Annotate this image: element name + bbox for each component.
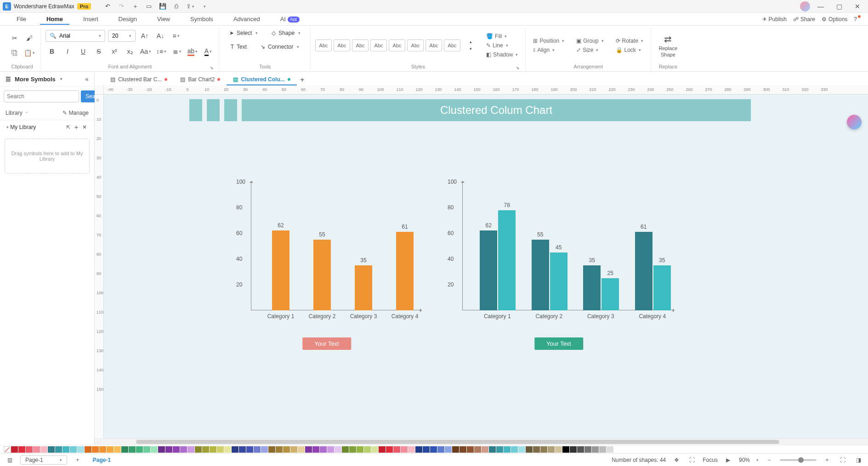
color-swatch[interactable] — [239, 446, 246, 453]
color-swatch[interactable] — [173, 446, 180, 453]
color-swatch[interactable] — [48, 446, 55, 453]
minimize-button[interactable]: — — [813, 0, 828, 12]
connector-tool[interactable]: ↘Connector▾ — [255, 41, 304, 52]
color-swatch[interactable] — [335, 446, 341, 453]
color-swatch[interactable] — [599, 446, 606, 453]
layers-button[interactable]: ❖ — [671, 455, 681, 465]
bar[interactable]: 62 — [272, 230, 289, 310]
add-tab-button[interactable]: + — [297, 74, 308, 85]
color-swatch[interactable] — [312, 446, 319, 453]
color-swatch[interactable] — [305, 446, 312, 453]
zoom-slider[interactable] — [780, 459, 817, 461]
avatar-icon[interactable] — [800, 1, 810, 11]
color-swatch[interactable] — [18, 446, 25, 453]
font-color-button[interactable]: A▾ — [202, 45, 215, 58]
publish-button[interactable]: ✈Publish — [762, 16, 787, 22]
chart-left[interactable]: 2040608010062Category 155Category 235Cat… — [233, 182, 421, 329]
color-swatch[interactable] — [562, 446, 569, 453]
bar[interactable]: 35 — [355, 265, 372, 310]
bar[interactable]: 25 — [601, 278, 619, 310]
color-swatch[interactable] — [11, 446, 18, 453]
menu-symbols[interactable]: Symbols — [180, 14, 223, 24]
color-swatch[interactable] — [540, 446, 547, 453]
save-button[interactable]: 💾 — [157, 1, 168, 12]
rotate-dropdown[interactable]: ⟳Rotate▾ — [613, 37, 646, 45]
close-lib-button[interactable]: ✕ — [80, 123, 89, 131]
active-page-tab[interactable]: Page-1 — [88, 456, 115, 464]
focus-label[interactable]: Focus — [703, 457, 718, 463]
case-button[interactable]: Aa▾ — [139, 45, 152, 58]
style-thumb[interactable]: Abc — [425, 39, 442, 51]
color-swatch[interactable] — [85, 446, 91, 453]
page-select[interactable]: Page-1▾ — [20, 455, 67, 465]
fit-button[interactable]: ⛶ — [838, 455, 848, 465]
mylibrary-section[interactable]: My Library — [10, 124, 36, 130]
color-swatch[interactable] — [195, 446, 202, 453]
bar[interactable]: 55 — [532, 240, 549, 310]
print-button[interactable]: ⎙ — [171, 1, 182, 12]
doc-tab[interactable]: ▤Clustered Colu... — [227, 74, 296, 85]
share-button[interactable]: ☍Share — [793, 16, 815, 22]
zoom-level[interactable]: 90% — [739, 457, 750, 463]
color-swatch[interactable] — [584, 446, 591, 453]
color-swatch[interactable] — [180, 446, 187, 453]
menu-ai[interactable]: AIhot — [270, 14, 310, 24]
fill-dropdown[interactable]: 🪣Fill▾ — [483, 32, 521, 40]
vertical-ruler[interactable]: 0102030405060708090100110120130140150 — [95, 95, 104, 438]
collapse-sidebar-button[interactable]: « — [85, 75, 89, 83]
bar[interactable]: 35 — [653, 265, 671, 310]
strike-button[interactable]: S — [92, 45, 105, 58]
color-swatch[interactable] — [232, 446, 238, 453]
color-swatch[interactable] — [210, 446, 216, 453]
color-swatch[interactable] — [107, 446, 113, 453]
color-swatch[interactable] — [401, 446, 408, 453]
ai-floating-button[interactable] — [847, 115, 862, 129]
font-size-select[interactable]: 20▾ — [108, 30, 136, 42]
color-swatch[interactable] — [33, 446, 40, 453]
position-dropdown[interactable]: ⊞Position▾ — [530, 37, 567, 45]
color-swatch[interactable] — [320, 446, 327, 453]
color-swatch[interactable] — [386, 446, 393, 453]
panel-toggle-button[interactable]: ◨ — [853, 455, 863, 465]
color-swatch[interactable] — [511, 446, 518, 453]
color-swatch[interactable] — [489, 446, 496, 453]
page-layout-button[interactable]: ▥ — [5, 455, 15, 465]
copy-button[interactable]: ⿻ — [8, 46, 21, 59]
color-swatch[interactable] — [570, 446, 577, 453]
color-swatch[interactable] — [70, 446, 77, 453]
shape-tool[interactable]: ◇Shape▾ — [267, 28, 306, 39]
color-swatch[interactable] — [474, 446, 481, 453]
select-tool[interactable]: ➤Select▾ — [224, 28, 263, 39]
color-swatch[interactable] — [136, 446, 143, 453]
redo-button[interactable]: ↷ — [116, 1, 127, 12]
color-swatch[interactable] — [496, 446, 503, 453]
line-dropdown[interactable]: ✎Line▾ — [483, 41, 521, 50]
underline-button[interactable]: U — [77, 45, 90, 58]
style-thumb[interactable]: Abc — [352, 39, 369, 51]
launcher-icon[interactable]: ⬊ — [516, 66, 520, 70]
sidebar-title[interactable]: More Symbols — [15, 76, 56, 83]
focus-mode-button[interactable]: ⛶ — [687, 455, 697, 465]
decrease-font-button[interactable]: A↓ — [154, 29, 167, 42]
bar[interactable]: 61 — [635, 232, 652, 310]
color-swatch[interactable] — [143, 446, 150, 453]
color-swatch[interactable] — [607, 446, 613, 453]
color-swatch[interactable] — [92, 446, 99, 453]
color-swatch[interactable] — [592, 446, 599, 453]
bar[interactable]: 55 — [313, 240, 331, 310]
color-swatch[interactable] — [408, 446, 415, 453]
color-swatch[interactable] — [268, 446, 275, 453]
manage-link[interactable]: ✎ Manage — [62, 110, 89, 116]
format-painter-button[interactable]: 🖌 — [23, 32, 36, 45]
color-swatch[interactable] — [26, 446, 33, 453]
bold-button[interactable]: B — [45, 45, 58, 58]
color-swatch[interactable] — [577, 446, 584, 453]
color-swatch[interactable] — [327, 446, 334, 453]
align-button[interactable]: ≡▾ — [170, 29, 182, 42]
menu-insert[interactable]: Insert — [73, 14, 108, 24]
menu-advanced[interactable]: Advanced — [223, 14, 270, 24]
shadow-dropdown[interactable]: ◧Shadow▾ — [483, 51, 521, 59]
style-thumb[interactable]: Abc — [315, 39, 332, 51]
library-link[interactable]: Library ⌃ — [6, 110, 28, 116]
menu-view[interactable]: View — [147, 14, 180, 24]
